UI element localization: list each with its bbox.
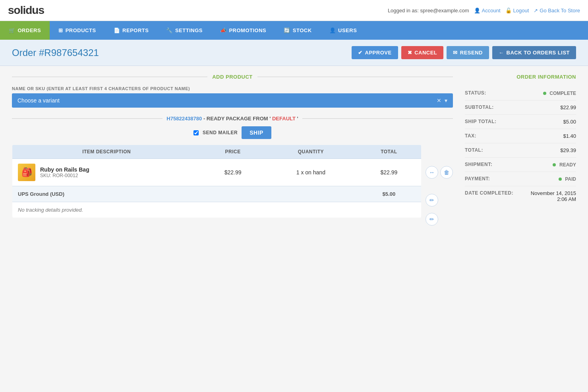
tracking-edit-action: ✏	[426, 213, 453, 226]
nav-products[interactable]: ⊞ PRODUCTS	[50, 21, 104, 40]
item-price: $22.99	[201, 159, 265, 186]
date-completed-value: November 14, 2015 2:06 AM	[531, 190, 576, 202]
subtotal-value: $22.99	[560, 104, 576, 110]
status-label: STATUS:	[465, 90, 486, 96]
package-default: DEFAULT	[272, 116, 296, 122]
clear-icon[interactable]: ✕	[437, 97, 441, 104]
payment-value: PAID	[559, 176, 576, 182]
table-header-row: ITEM DESCRIPTION PRICE QUANTITY TOTAL	[12, 145, 422, 159]
package-id: H75822438780	[166, 116, 202, 122]
payment-label: PAYMENT:	[465, 176, 490, 182]
payment-row: PAYMENT: PAID	[465, 172, 576, 186]
tracking-row: No tracking details provided.	[12, 202, 422, 218]
top-header: solidus Logged in as: spree@example.com …	[0, 0, 588, 21]
item-name: Ruby on Rails Bag	[40, 166, 89, 173]
mail-icon: ✉	[453, 50, 458, 56]
item-total: $22.99	[357, 159, 422, 186]
nav-reports[interactable]: 📄 REPORTS	[105, 21, 158, 40]
add-product-title: ADD PRODUCT	[212, 74, 253, 80]
logout-icon: 🔓	[505, 8, 512, 14]
resend-button[interactable]: ✉ RESEND	[447, 46, 489, 59]
ship-total-value: $5.00	[563, 119, 576, 125]
variant-field-label: NAME OR SKU (ENTER AT LEAST FIRST 4 CHAR…	[12, 86, 453, 91]
stock-icon: 🔄	[284, 27, 290, 33]
status-row: STATUS: COMPLETE	[465, 86, 576, 100]
send-mailer-label: SEND MAILER	[203, 130, 238, 135]
users-icon: 👤	[329, 27, 336, 33]
x-icon: ✖	[408, 50, 412, 56]
total-value: $29.39	[560, 147, 576, 153]
logged-in-text: Logged in as: spree@example.com	[388, 8, 469, 14]
external-link-icon: ↗	[534, 8, 538, 14]
dropdown-icon[interactable]: ▾	[445, 97, 447, 104]
approve-button[interactable]: ✔ APPROVE	[352, 46, 398, 59]
date-completed-label: DATE COMPLETED:	[465, 190, 513, 202]
nav-users[interactable]: 👤 USERS	[321, 21, 366, 40]
nav-settings[interactable]: 🔧 SETTINGS	[157, 21, 211, 40]
user-info: Logged in as: spree@example.com 👤 Accoun…	[388, 8, 580, 14]
ship-button[interactable]: SHIP	[242, 126, 271, 139]
select-placeholder: Choose a variant	[17, 97, 60, 104]
go-back-link[interactable]: ↗ Go Back To Store	[534, 8, 580, 14]
status-value: COMPLETE	[543, 90, 576, 96]
right-panel: ORDER INFORMATION STATUS: COMPLETE SUBTO…	[465, 74, 576, 206]
promotions-icon: 📣	[220, 27, 227, 33]
edit-shipping-button[interactable]: ✏	[426, 194, 438, 207]
send-mailer-checkbox[interactable]	[193, 130, 199, 135]
shipment-label: SHIPMENT:	[465, 162, 492, 167]
col-total: TOTAL	[357, 145, 422, 159]
main-layout: ADD PRODUCT NAME OR SKU (ENTER AT LEAST …	[0, 66, 588, 234]
items-table: ITEM DESCRIPTION PRICE QUANTITY TOTAL 🎒	[12, 145, 422, 218]
order-header: Order #R987654321 ✔ APPROVE ✖ CANCEL ✉ R…	[0, 40, 588, 66]
shipment-dot	[553, 163, 556, 166]
reports-icon: 📄	[114, 27, 120, 33]
shipping-label: UPS Ground (USD)	[12, 186, 357, 202]
left-panel: ADD PRODUCT NAME OR SKU (ENTER AT LEAST …	[12, 74, 453, 226]
arrow-left-icon: ←	[499, 50, 504, 56]
nav-stock[interactable]: 🔄 STOCK	[275, 21, 320, 40]
check-icon: ✔	[358, 50, 363, 56]
order-actions: ✔ APPROVE ✖ CANCEL ✉ RESEND ← BACK TO OR…	[352, 46, 576, 59]
item-text: Ruby on Rails Bag SKU: ROR-00012	[40, 166, 89, 178]
subtotal-label: SUBTOTAL:	[465, 104, 494, 110]
package-closing: '	[297, 116, 298, 122]
payment-dot	[559, 178, 562, 181]
settings-icon: 🔧	[166, 27, 173, 33]
variant-select[interactable]: Choose a variant ✕ ▾	[12, 93, 453, 108]
nav-promotions[interactable]: 📣 PROMOTIONS	[211, 21, 275, 40]
shipping-edit-action: ✏	[426, 194, 453, 207]
move-item-button[interactable]: ↔	[426, 166, 438, 179]
user-icon: 👤	[474, 8, 480, 14]
table-body: 🎒 Ruby on Rails Bag SKU: ROR-00012 $22.9…	[12, 159, 422, 218]
package-header: H75822438780 - READY PACKAGE FROM ' DEFA…	[12, 116, 453, 122]
ship-total-label: SHIP TOTAL:	[465, 119, 497, 124]
shipping-row: UPS Ground (USD) $5.00	[12, 186, 422, 202]
main-nav: 🛒 ORDERS ⊞ PRODUCTS 📄 REPORTS 🔧 SETTINGS…	[0, 21, 588, 40]
item-description-cell: 🎒 Ruby on Rails Bag SKU: ROR-00012	[12, 159, 201, 186]
shipment-value: READY	[553, 162, 576, 168]
tracking-text: No tracking details provided.	[12, 202, 422, 218]
shipping-total: $5.00	[357, 186, 422, 202]
item-quantity: 1 x on hand	[265, 159, 357, 186]
ship-total-row: SHIP TOTAL: $5.00	[465, 115, 576, 129]
delete-item-button[interactable]: 🗑	[440, 166, 453, 179]
logo-text: solidus	[8, 4, 44, 16]
nav-orders[interactable]: 🛒 ORDERS	[0, 21, 50, 40]
tax-row: TAX: $1.40	[465, 129, 576, 143]
order-info-title: ORDER INFORMATION	[465, 74, 576, 80]
edit-tracking-button[interactable]: ✏	[426, 213, 438, 226]
package-separator: - READY PACKAGE FROM '	[203, 116, 271, 122]
order-title: Order #R987654321	[12, 47, 99, 58]
table-container: ITEM DESCRIPTION PRICE QUANTITY TOTAL 🎒	[12, 145, 453, 226]
col-description: ITEM DESCRIPTION	[12, 145, 201, 159]
tax-label: TAX:	[465, 133, 476, 139]
col-price: PRICE	[201, 145, 265, 159]
cancel-button[interactable]: ✖ CANCEL	[401, 46, 444, 59]
status-dot	[543, 92, 546, 95]
bag-icon: 🎒	[21, 167, 32, 178]
logout-link[interactable]: 🔓 Logout	[505, 8, 529, 14]
back-to-orders-button[interactable]: ← BACK TO ORDERS LIST	[492, 46, 576, 59]
tax-value: $1.40	[563, 133, 576, 139]
total-row: TOTAL: $29.39	[465, 143, 576, 158]
account-link[interactable]: 👤 Account	[474, 8, 501, 14]
